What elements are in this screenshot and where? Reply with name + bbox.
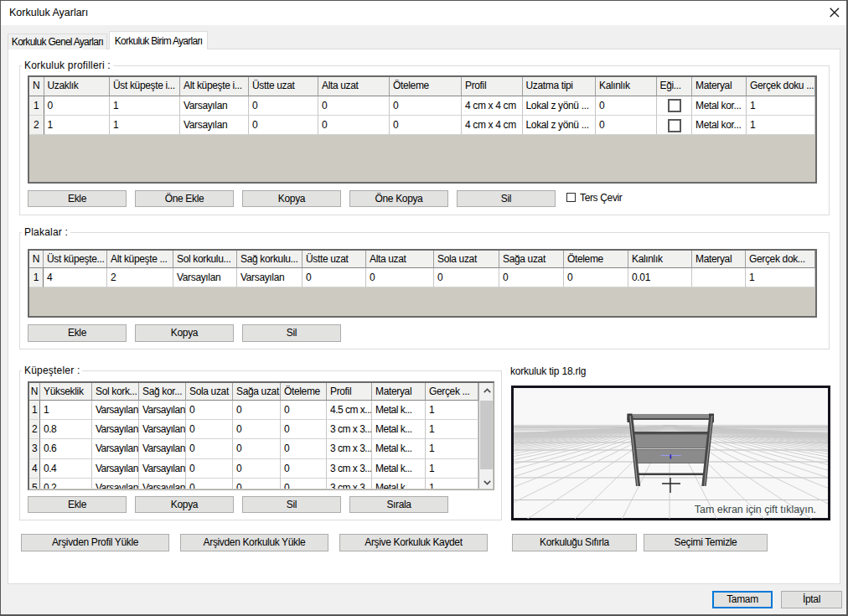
svg-text:Tam ekran için çift tıklayın.: Tam ekran için çift tıklayın. (695, 504, 816, 515)
